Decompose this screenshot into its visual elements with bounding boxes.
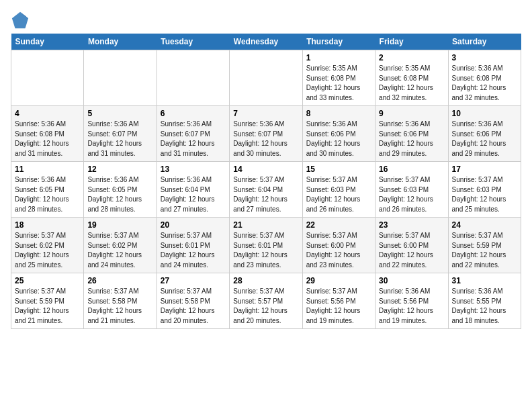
empty-cell (230, 50, 302, 106)
day-number-20: 20 (161, 220, 226, 230)
day-cell-22: 22Sunrise: 5:37 AM Sunset: 6:00 PM Dayli… (302, 218, 375, 273)
day-info-10: Sunrise: 5:36 AM Sunset: 6:06 PM Dayligh… (452, 120, 517, 158)
day-cell-5: 5Sunrise: 5:36 AM Sunset: 6:07 PM Daylig… (84, 106, 157, 162)
day-info-3: Sunrise: 5:36 AM Sunset: 6:08 PM Dayligh… (452, 64, 517, 103)
svg-marker-0 (12, 12, 28, 28)
logo (11, 11, 32, 30)
day-info-27: Sunrise: 5:37 AM Sunset: 5:58 PM Dayligh… (161, 287, 226, 326)
day-number-22: 22 (306, 220, 371, 230)
day-info-5: Sunrise: 5:36 AM Sunset: 6:07 PM Dayligh… (87, 120, 152, 158)
empty-cell (84, 50, 157, 106)
day-number-15: 15 (306, 165, 371, 174)
day-cell-2: 2Sunrise: 5:35 AM Sunset: 6:08 PM Daylig… (375, 50, 448, 106)
day-info-19: Sunrise: 5:37 AM Sunset: 6:02 PM Dayligh… (87, 231, 152, 270)
day-cell-26: 26Sunrise: 5:37 AM Sunset: 5:58 PM Dayli… (84, 273, 157, 329)
day-info-17: Sunrise: 5:37 AM Sunset: 6:03 PM Dayligh… (452, 175, 517, 214)
day-number-12: 12 (87, 165, 152, 174)
day-cell-11: 11Sunrise: 5:36 AM Sunset: 6:05 PM Dayli… (11, 162, 84, 218)
empty-cell (11, 50, 84, 106)
day-number-17: 17 (452, 165, 517, 174)
day-info-11: Sunrise: 5:36 AM Sunset: 6:05 PM Dayligh… (15, 175, 80, 214)
day-cell-14: 14Sunrise: 5:37 AM Sunset: 6:04 PM Dayli… (230, 162, 302, 218)
day-info-12: Sunrise: 5:36 AM Sunset: 6:05 PM Dayligh… (87, 175, 152, 214)
day-cell-25: 25Sunrise: 5:37 AM Sunset: 5:59 PM Dayli… (11, 273, 84, 329)
header (11, 11, 521, 30)
day-info-29: Sunrise: 5:37 AM Sunset: 5:56 PM Dayligh… (306, 287, 371, 326)
col-header-saturday: Saturday (448, 34, 521, 50)
day-cell-17: 17Sunrise: 5:37 AM Sunset: 6:03 PM Dayli… (448, 162, 521, 218)
day-cell-16: 16Sunrise: 5:37 AM Sunset: 6:03 PM Dayli… (375, 162, 448, 218)
col-header-tuesday: Tuesday (157, 34, 229, 50)
day-cell-30: 30Sunrise: 5:36 AM Sunset: 5:56 PM Dayli… (375, 273, 448, 329)
logo-icon (11, 11, 30, 30)
week-row-1: 1Sunrise: 5:35 AM Sunset: 6:08 PM Daylig… (11, 50, 521, 106)
day-number-16: 16 (379, 165, 444, 174)
day-cell-15: 15Sunrise: 5:37 AM Sunset: 6:03 PM Dayli… (302, 162, 375, 218)
week-row-4: 18Sunrise: 5:37 AM Sunset: 6:02 PM Dayli… (11, 218, 521, 273)
col-header-monday: Monday (84, 34, 157, 50)
day-number-4: 4 (15, 109, 80, 118)
day-cell-19: 19Sunrise: 5:37 AM Sunset: 6:02 PM Dayli… (84, 218, 157, 273)
day-number-13: 13 (161, 165, 226, 174)
col-header-sunday: Sunday (11, 34, 84, 50)
day-info-30: Sunrise: 5:36 AM Sunset: 5:56 PM Dayligh… (379, 287, 444, 326)
day-info-9: Sunrise: 5:36 AM Sunset: 6:06 PM Dayligh… (379, 120, 444, 158)
day-number-14: 14 (233, 165, 298, 174)
week-row-5: 25Sunrise: 5:37 AM Sunset: 5:59 PM Dayli… (11, 273, 521, 329)
col-header-thursday: Thursday (302, 34, 375, 50)
day-info-31: Sunrise: 5:36 AM Sunset: 5:55 PM Dayligh… (452, 287, 517, 326)
day-cell-24: 24Sunrise: 5:37 AM Sunset: 5:59 PM Dayli… (448, 218, 521, 273)
day-info-22: Sunrise: 5:37 AM Sunset: 6:00 PM Dayligh… (306, 231, 371, 270)
day-info-18: Sunrise: 5:37 AM Sunset: 6:02 PM Dayligh… (15, 231, 80, 270)
empty-cell (157, 50, 229, 106)
day-info-13: Sunrise: 5:36 AM Sunset: 6:04 PM Dayligh… (161, 175, 226, 214)
day-info-4: Sunrise: 5:36 AM Sunset: 6:08 PM Dayligh… (15, 120, 80, 158)
day-cell-9: 9Sunrise: 5:36 AM Sunset: 6:06 PM Daylig… (375, 106, 448, 162)
day-number-3: 3 (452, 53, 517, 62)
day-number-24: 24 (452, 220, 517, 230)
day-number-21: 21 (233, 220, 298, 230)
day-cell-10: 10Sunrise: 5:36 AM Sunset: 6:06 PM Dayli… (448, 106, 521, 162)
day-number-28: 28 (233, 276, 298, 285)
day-info-7: Sunrise: 5:36 AM Sunset: 6:07 PM Dayligh… (233, 120, 298, 158)
header-row: SundayMondayTuesdayWednesdayThursdayFrid… (11, 34, 521, 50)
day-info-2: Sunrise: 5:35 AM Sunset: 6:08 PM Dayligh… (379, 64, 444, 103)
day-number-23: 23 (379, 220, 444, 230)
day-cell-8: 8Sunrise: 5:36 AM Sunset: 6:06 PM Daylig… (302, 106, 375, 162)
day-cell-31: 31Sunrise: 5:36 AM Sunset: 5:55 PM Dayli… (448, 273, 521, 329)
day-number-29: 29 (306, 276, 371, 285)
day-number-7: 7 (233, 109, 298, 118)
col-header-friday: Friday (375, 34, 448, 50)
day-cell-1: 1Sunrise: 5:35 AM Sunset: 6:08 PM Daylig… (302, 50, 375, 106)
day-cell-13: 13Sunrise: 5:36 AM Sunset: 6:04 PM Dayli… (157, 162, 229, 218)
day-number-18: 18 (15, 220, 80, 230)
day-info-20: Sunrise: 5:37 AM Sunset: 6:01 PM Dayligh… (161, 231, 226, 270)
week-row-3: 11Sunrise: 5:36 AM Sunset: 6:05 PM Dayli… (11, 162, 521, 218)
day-info-21: Sunrise: 5:37 AM Sunset: 6:01 PM Dayligh… (233, 231, 298, 270)
day-cell-28: 28Sunrise: 5:37 AM Sunset: 5:57 PM Dayli… (230, 273, 302, 329)
day-number-6: 6 (161, 109, 226, 118)
day-number-1: 1 (306, 53, 371, 62)
day-info-6: Sunrise: 5:36 AM Sunset: 6:07 PM Dayligh… (161, 120, 226, 158)
calendar-table: SundayMondayTuesdayWednesdayThursdayFrid… (11, 34, 521, 329)
day-number-2: 2 (379, 53, 444, 62)
day-info-14: Sunrise: 5:37 AM Sunset: 6:04 PM Dayligh… (233, 175, 298, 214)
day-cell-3: 3Sunrise: 5:36 AM Sunset: 6:08 PM Daylig… (448, 50, 521, 106)
day-cell-27: 27Sunrise: 5:37 AM Sunset: 5:58 PM Dayli… (157, 273, 229, 329)
day-number-5: 5 (87, 109, 152, 118)
day-number-10: 10 (452, 109, 517, 118)
day-info-26: Sunrise: 5:37 AM Sunset: 5:58 PM Dayligh… (87, 287, 152, 326)
day-cell-29: 29Sunrise: 5:37 AM Sunset: 5:56 PM Dayli… (302, 273, 375, 329)
week-row-2: 4Sunrise: 5:36 AM Sunset: 6:08 PM Daylig… (11, 106, 521, 162)
day-number-8: 8 (306, 109, 371, 118)
day-cell-6: 6Sunrise: 5:36 AM Sunset: 6:07 PM Daylig… (157, 106, 229, 162)
day-number-11: 11 (15, 165, 80, 174)
day-info-25: Sunrise: 5:37 AM Sunset: 5:59 PM Dayligh… (15, 287, 80, 326)
day-cell-18: 18Sunrise: 5:37 AM Sunset: 6:02 PM Dayli… (11, 218, 84, 273)
day-cell-4: 4Sunrise: 5:36 AM Sunset: 6:08 PM Daylig… (11, 106, 84, 162)
day-info-24: Sunrise: 5:37 AM Sunset: 5:59 PM Dayligh… (452, 231, 517, 270)
day-cell-23: 23Sunrise: 5:37 AM Sunset: 6:00 PM Dayli… (375, 218, 448, 273)
day-cell-21: 21Sunrise: 5:37 AM Sunset: 6:01 PM Dayli… (230, 218, 302, 273)
day-info-1: Sunrise: 5:35 AM Sunset: 6:08 PM Dayligh… (306, 64, 371, 103)
day-number-27: 27 (161, 276, 226, 285)
